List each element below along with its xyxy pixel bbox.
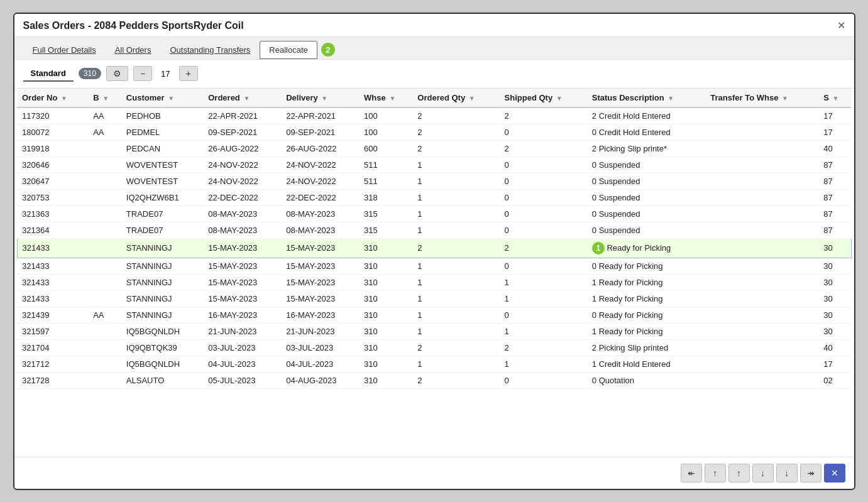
table-row[interactable]: 321433STANNINGJ15-MAY-202315-MAY-2023310… [17,274,851,290]
table-row[interactable]: 321433STANNINGJ15-MAY-202315-MAY-2023310… [17,290,851,307]
plus-button[interactable]: + [179,66,198,81]
col-b[interactable]: B ▼ [88,89,121,107]
reallocate-badge: 2 [321,43,335,57]
tab-bar: Full Order Details All Orders Outstandin… [14,37,854,60]
toolbar: Standard 310 ⚙ − 17 + [14,60,854,89]
table-row[interactable]: 321433STANNINGJ15-MAY-202315-MAY-2023310… [17,258,851,274]
nav-next-many-button[interactable]: ↓ [776,464,798,483]
tab-outstanding-transfers[interactable]: Outstanding Transfers [160,41,260,59]
title-bar: Sales Orders - 2084 Pedders SportsRyder … [14,14,854,37]
table-row[interactable]: 321597IQ5BGQNLDH21-JUN-202321-JUN-202331… [17,323,851,339]
col-whse[interactable]: Whse ▼ [359,89,412,107]
row-badge: 1 [592,242,605,254]
table-header-row: Order No ▼ B ▼ Customer ▼ Ordered ▼ Deli… [17,89,851,107]
table-row[interactable]: 321712IQ5BGQNLDH04-JUL-202304-JUL-202331… [17,356,851,372]
orders-table-wrap: Order No ▼ B ▼ Customer ▼ Ordered ▼ Deli… [14,89,854,457]
table-row[interactable]: 321364TRADE0708-MAY-202308-MAY-202331510… [17,222,851,238]
nav-prev-button[interactable]: ↑ [728,464,750,483]
footer-nav: ↞ ↑ ↑ ↓ ↓ ↠ ✕ [14,457,854,489]
tab-all-orders[interactable]: All Orders [106,41,161,59]
col-ordered[interactable]: Ordered ▼ [203,89,281,107]
nav-first-button[interactable]: ↞ [681,464,702,483]
table-row[interactable]: 321363TRADE0708-MAY-202308-MAY-202331510… [17,205,851,222]
settings-button[interactable]: ⚙ [106,66,128,81]
table-row[interactable]: 320753IQ2QHZW6B122-DEC-202222-DEC-202231… [17,189,851,205]
toolbar-standard-tab[interactable]: Standard [23,66,74,82]
table-row[interactable]: 320646WOVENTEST24-NOV-202224-NOV-2022511… [17,156,851,173]
col-s[interactable]: S ▼ [818,89,851,107]
col-delivery[interactable]: Delivery ▼ [281,89,359,107]
nav-next-button[interactable]: ↓ [752,464,774,483]
col-transfer-to-whse[interactable]: Transfer To Whse ▼ [705,89,818,107]
nav-last-button[interactable]: ↠ [800,464,821,483]
nav-prev-many-button[interactable]: ↑ [705,464,726,483]
window-close-button[interactable]: ✕ [837,21,845,31]
col-status-description[interactable]: Status Description ▼ [587,89,706,107]
table-row[interactable]: 321704IQ9QBTQK3903-JUL-202303-JUL-202331… [17,339,851,356]
nav-close-button[interactable]: ✕ [824,464,845,483]
tab-reallocate[interactable]: Reallocate [260,41,317,59]
window-title: Sales Orders - 2084 Pedders SportsRyder … [23,20,244,31]
orders-table: Order No ▼ B ▼ Customer ▼ Ordered ▼ Deli… [17,89,852,389]
table-row[interactable]: 117320AAPEDHOB22-APR-202122-APR-20211002… [17,107,851,124]
col-shipped-qty[interactable]: Shipped Qty ▼ [500,89,587,107]
table-row[interactable]: 321433STANNINGJ15-MAY-202315-MAY-2023310… [17,238,851,258]
table-row[interactable]: 319918PEDCAN26-AUG-202226-AUG-2022600222… [17,140,851,156]
tab-full-order-details[interactable]: Full Order Details [23,41,106,59]
col-ordered-qty[interactable]: Ordered Qty ▼ [412,89,499,107]
table-row[interactable]: 321728ALSAUTO05-JUL-202304-AUG-202331020… [17,372,851,388]
table-row[interactable]: 321439AASTANNINGJ16-MAY-202316-MAY-20233… [17,307,851,323]
main-window: Sales Orders - 2084 Pedders SportsRyder … [13,13,855,490]
table-row[interactable]: 180072AAPEDMEL09-SEP-202109-SEP-20211002… [17,124,851,140]
col-order-no[interactable]: Order No ▼ [17,89,88,107]
minus-button[interactable]: − [133,66,152,81]
toolbar-badge: 310 [79,68,101,79]
toolbar-number: 17 [157,67,173,80]
table-row[interactable]: 320647WOVENTEST24-NOV-202224-NOV-2022511… [17,173,851,189]
col-customer[interactable]: Customer ▼ [121,89,203,107]
